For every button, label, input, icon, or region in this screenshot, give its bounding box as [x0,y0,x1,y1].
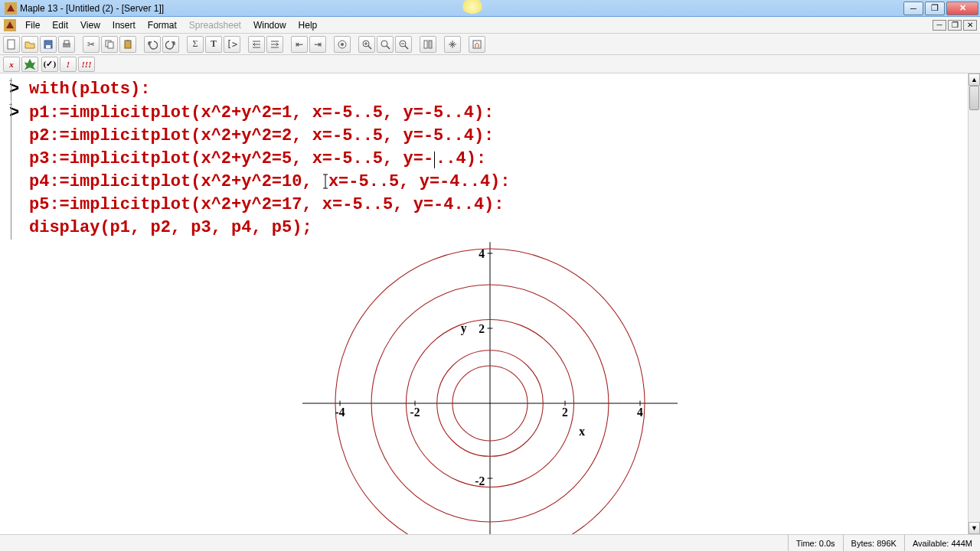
svg-text:-4: -4 [335,406,345,419]
app-icon [5,2,17,15]
code-line[interactable]: > with(plots): [9,78,974,101]
vertical-scrollbar[interactable]: ▲ ▼ [968,73,980,534]
zoom-out-button[interactable] [395,36,412,53]
svg-text:2: 2 [479,322,485,335]
step-forward-button[interactable]: ⇥ [309,36,326,53]
insert-text-button[interactable]: T [205,36,222,53]
insert-math-button[interactable]: Σ [187,36,204,53]
menu-bar: File Edit View Insert Format Spreadsheet… [0,17,980,34]
svg-rect-8 [108,42,113,48]
code-line[interactable]: p3:=implicitplot(x^2+y^2=5, x=-5..5, y=-… [9,148,974,171]
svg-rect-6 [64,41,69,44]
new-button[interactable] [3,36,20,53]
code-text[interactable]: with(plots): [29,78,150,101]
code-text[interactable]: p1:=implicitplot(x^2+y^2=1, x=-5..5, y=-… [29,102,494,125]
text-caret [434,152,435,168]
code-text[interactable]: display(p1, p2, p3, p4, p5); [29,217,312,240]
toggle-panel-button[interactable] [420,36,436,53]
svg-rect-23 [429,41,432,48]
status-available: Available: 444M [904,535,980,551]
undo-button[interactable] [144,36,161,53]
svg-rect-4 [46,45,51,48]
cut-button[interactable]: ✂ [83,36,100,53]
zoom-default-button[interactable] [377,36,394,53]
secondary-toolbar: x (✓) ! !!! [0,55,980,73]
close-button[interactable]: ✕ [946,2,978,15]
svg-text:2: 2 [562,406,568,419]
maple-leaf-button[interactable] [21,57,38,72]
y-axis-label: y [461,321,467,335]
menu-edit[interactable]: Edit [47,18,74,32]
svg-text:-2: -2 [475,474,485,487]
plot-output[interactable]: -4-2 24 24 -2 x y [302,239,678,534]
svg-rect-9 [125,41,131,48]
menu-help[interactable]: Help [293,18,323,32]
code-line[interactable]: display(p1, p2, p3, p4, p5); [9,217,974,240]
status-bytes: Bytes: 896K [843,535,904,551]
menu-spreadsheet: Spreadsheet [184,18,247,32]
code-line[interactable]: p2:=implicitplot(x^2+y^2=2, x=-5..5, y=-… [9,125,974,148]
code-text[interactable]: p3:=implicitplot(x^2+y^2=5, x=-5..5, y=-… [29,148,486,171]
resize-button[interactable] [444,36,461,53]
svg-line-20 [405,46,408,49]
x-axis-label: x [579,425,585,438]
indent-button[interactable] [248,36,265,53]
execute-button[interactable] [334,36,351,53]
execute-exclaim-button[interactable]: ! [60,57,77,72]
menu-file[interactable]: File [20,18,45,32]
var-x-button[interactable]: x [3,57,20,72]
scroll-down-button[interactable]: ▼ [969,522,980,534]
home-button[interactable] [469,36,485,53]
menu-insert[interactable]: Insert [107,18,141,32]
svg-line-18 [387,46,390,49]
status-time: Time: 0.0s [788,535,843,551]
mdi-restore-button[interactable]: ❐ [948,20,962,31]
document-icon [4,19,16,31]
zoom-in-button[interactable] [358,36,375,53]
code-text[interactable]: p5:=implicitplot(x^2+y^2=17, x=-5..5, y=… [29,194,505,217]
print-button[interactable] [58,36,75,53]
save-button[interactable] [40,36,57,53]
svg-line-14 [368,46,371,49]
code-text[interactable]: p4:=implicitplot(x^2+y^2=10, x=-5..5, y=… [29,171,511,194]
code-area[interactable]: > with(plots): > p1:=implicitplot(x^2+y^… [0,73,980,240]
execute-all-button[interactable]: !!! [78,57,95,72]
mdi-minimize-button[interactable]: ─ [933,20,946,31]
code-line[interactable]: p5:=implicitplot(x^2+y^2=17, x=-5..5, y=… [9,194,974,217]
svg-point-17 [381,41,387,47]
paste-button[interactable] [119,36,136,53]
menu-view[interactable]: View [75,18,106,32]
menu-window[interactable]: Window [248,18,292,32]
insert-prompt-button[interactable]: [> [224,36,240,53]
mdi-close-button[interactable]: ✕ [963,20,977,31]
svg-rect-2 [8,40,15,49]
svg-text:4: 4 [479,247,485,260]
menu-format[interactable]: Format [142,18,182,32]
worksheet-area[interactable]: > with(plots): > p1:=implicitplot(x^2+y^… [0,73,980,534]
step-back-button[interactable]: ⇤ [291,36,308,53]
scroll-thumb[interactable] [969,86,979,110]
svg-rect-22 [424,41,427,48]
scroll-up-button[interactable]: ▲ [969,73,980,86]
main-toolbar: ✂ Σ T [> ⇤ ⇥ [0,34,980,55]
paren-check-button[interactable]: (✓) [41,57,58,72]
svg-text:4: 4 [637,406,643,419]
copy-button[interactable] [101,36,118,53]
code-text[interactable]: p2:=implicitplot(x^2+y^2=2, x=-5..5, y=-… [29,125,494,148]
title-bar: Maple 13 - [Untitled (2) - [Server 1]] ─… [0,0,980,17]
code-line[interactable]: p4:=implicitplot(x^2+y^2=10, x=-5..5, y=… [9,171,974,194]
minimize-button[interactable]: ─ [903,2,923,15]
outdent-button[interactable] [266,36,283,53]
svg-rect-24 [473,41,481,48]
open-button[interactable] [21,36,38,53]
redo-button[interactable] [162,36,179,53]
status-bar: Time: 0.0s Bytes: 896K Available: 444M [0,534,980,551]
svg-rect-10 [126,40,129,41]
svg-text:-2: -2 [410,406,420,419]
maximize-button[interactable]: ❐ [925,2,945,15]
svg-point-12 [341,43,344,46]
code-line[interactable]: > p1:=implicitplot(x^2+y^2=1, x=-5..5, y… [9,102,974,125]
